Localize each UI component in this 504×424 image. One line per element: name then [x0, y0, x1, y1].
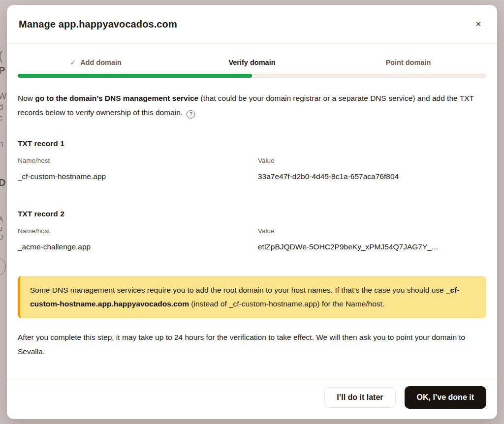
warning-pre: Some DNS management services require you…	[30, 286, 446, 294]
step-verify-domain: Verify domain	[174, 59, 330, 66]
txt-record-1: TXT record 1 Name/host Value _cf-custom-…	[18, 139, 486, 181]
backdrop-text-fragment: W	[0, 91, 6, 101]
dialog-title: Manage app.happyavocados.com	[19, 19, 177, 30]
name-host-label: Name/host	[18, 157, 258, 164]
backdrop-text-fragment: D	[0, 177, 5, 188]
progress-bar-track	[18, 74, 486, 78]
record-title: TXT record 2	[18, 210, 486, 218]
step-add-domain: ✓ Add domain	[18, 59, 174, 66]
backdrop-text-fragment: (	[0, 48, 3, 63]
backdrop-text-fragment: h	[0, 139, 3, 149]
record-name-value: _cf-custom-hostname.app	[18, 172, 258, 181]
backdrop-text-fragment: D	[0, 233, 3, 241]
warning-post: (instead of _cf-custom-hostname.app) for…	[189, 300, 384, 308]
instructions-pre: Now	[18, 94, 35, 102]
help-icon[interactable]: ?	[187, 110, 195, 119]
dns-root-domain-warning: Some DNS management services require you…	[18, 276, 486, 318]
stepper: ✓ Add domain Verify domain Point domain	[18, 59, 486, 66]
record-value-value: etlZpBJQDWe-5OHC2P9beKy_xPMJ54Q7JAG7Y_..…	[258, 242, 486, 251]
step-label: Point domain	[385, 59, 431, 66]
name-host-label: Name/host	[18, 227, 258, 235]
step-check-icon: ✓	[70, 59, 76, 66]
backdrop-text-fragment: d	[0, 102, 3, 112]
value-label: Value	[258, 157, 486, 164]
ok-done-button[interactable]: OK, I’ve done it	[405, 386, 486, 409]
backdrop-text-fragment: b	[0, 224, 2, 232]
manage-domain-dialog: Manage app.happyavocados.com ✕ ✓ Add dom…	[7, 5, 497, 419]
step-label: Verify domain	[228, 59, 275, 66]
progress-fill	[18, 74, 252, 78]
record-name-value: _acme-challenge.app	[18, 242, 258, 251]
verification-delay-text: After you complete this step, it may tak…	[18, 330, 486, 359]
backdrop-circle-shape	[0, 257, 6, 276]
instructions-bold: go to the domain’s DNS management servic…	[35, 94, 198, 102]
dialog-body: ✓ Add domain Verify domain Point domain …	[7, 44, 497, 378]
backdrop-text-fragment: A	[0, 215, 3, 223]
dialog-header: Manage app.happyavocados.com ✕	[7, 5, 497, 44]
record-value-value: 33a7e47f-d2b0-4d45-8c1a-657aca76f804	[258, 172, 486, 181]
record-title: TXT record 1	[18, 139, 486, 148]
step-point-domain: Point domain	[330, 59, 486, 66]
value-label: Value	[258, 227, 486, 235]
txt-record-2: TXT record 2 Name/host Value _acme-chall…	[18, 210, 486, 251]
instructions-text: Now go to the domain’s DNS management se…	[18, 91, 486, 120]
backdrop-text-fragment: P	[0, 65, 5, 76]
backdrop-text-fragment: c	[0, 113, 3, 123]
do-it-later-button[interactable]: I’ll do it later	[324, 387, 395, 408]
step-label: Add domain	[80, 59, 122, 66]
close-icon[interactable]: ✕	[472, 17, 485, 31]
dialog-footer: I’ll do it later OK, I’ve done it	[7, 378, 497, 419]
